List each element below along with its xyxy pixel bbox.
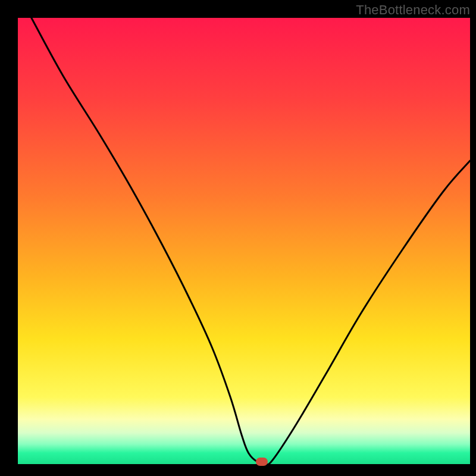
bottleneck-chart: TheBottleneck.com: [0, 0, 476, 476]
gradient-background: [18, 18, 470, 464]
watermark-text: TheBottleneck.com: [356, 2, 470, 18]
chart-svg: [0, 0, 476, 476]
optimal-point-marker: [256, 458, 268, 466]
